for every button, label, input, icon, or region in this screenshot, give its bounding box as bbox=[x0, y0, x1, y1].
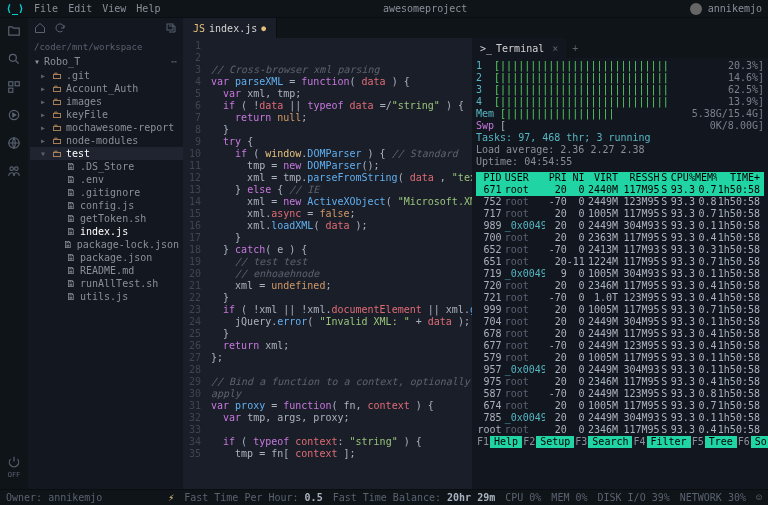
file-config-js[interactable]: 🗎config.js bbox=[30, 199, 183, 212]
svg-rect-2 bbox=[15, 82, 19, 86]
line-gutter: 1234567891011121314151617181920212223242… bbox=[183, 38, 207, 489]
folder-Account_Auth[interactable]: ▸🗀Account_Auth bbox=[30, 82, 183, 95]
extensions-icon[interactable] bbox=[7, 80, 21, 96]
menu-file[interactable]: File bbox=[34, 3, 58, 14]
project-root[interactable]: ▾ Robo_T ⋯ bbox=[28, 54, 183, 69]
status-net: NETWORK 30% bbox=[680, 492, 746, 503]
explorer-icon[interactable] bbox=[7, 24, 21, 40]
search-icon[interactable] bbox=[7, 52, 21, 68]
menu-view[interactable]: View bbox=[102, 3, 126, 14]
terminal-tab-label: Terminal bbox=[496, 43, 544, 54]
file-package-json[interactable]: 🗎package.json bbox=[30, 251, 183, 264]
code-editor[interactable]: 1234567891011121314151617181920212223242… bbox=[183, 38, 472, 489]
smiley-icon[interactable]: ☺ bbox=[756, 492, 762, 503]
close-icon[interactable]: × bbox=[552, 43, 558, 54]
debug-icon[interactable] bbox=[7, 108, 21, 124]
file-getToken-sh[interactable]: 🗎getToken.sh bbox=[30, 212, 183, 225]
home-icon[interactable] bbox=[34, 22, 46, 36]
file--gitignore[interactable]: 🗎.gitignore bbox=[30, 186, 183, 199]
file--env[interactable]: 🗎.env bbox=[30, 173, 183, 186]
sidebar: /coder/mnt/workspace ▾ Robo_T ⋯ ▸🗀.git▸🗀… bbox=[28, 18, 183, 489]
ftph-label: Fast Time Per Hour: bbox=[184, 492, 298, 503]
file-package-lock-json[interactable]: 🗎package-lock.json bbox=[30, 238, 183, 251]
power-off-icon[interactable]: OFF bbox=[7, 455, 21, 479]
file-README-md[interactable]: 🗎README.md bbox=[30, 264, 183, 277]
file-runAllTest-sh[interactable]: 🗎runAllTest.sh bbox=[30, 277, 183, 290]
menu-edit[interactable]: Edit bbox=[68, 3, 92, 14]
folder--git[interactable]: ▸🗀.git bbox=[30, 69, 183, 82]
avatar[interactable] bbox=[690, 3, 702, 15]
status-owner: Owner: annikemjo bbox=[6, 492, 168, 503]
bolt-icon: ⚡ bbox=[168, 492, 174, 503]
modified-dot-icon: ● bbox=[261, 24, 266, 33]
status-disk: DISK I/O 39% bbox=[597, 492, 669, 503]
status-bar: Owner: annikemjo ⚡ Fast Time Per Hour: 0… bbox=[0, 489, 768, 505]
folder-mochawesome-report[interactable]: ▸🗀mochawesome-report bbox=[30, 121, 183, 134]
globe-icon[interactable] bbox=[7, 136, 21, 152]
breadcrumb: /coder/mnt/workspace bbox=[28, 40, 183, 54]
ftph-value: 0.5 bbox=[305, 492, 323, 503]
accounts-icon[interactable] bbox=[7, 164, 21, 180]
add-terminal-icon[interactable]: + bbox=[566, 43, 584, 54]
js-file-icon: JS bbox=[193, 23, 205, 34]
status-cpu: CPU 0% bbox=[505, 492, 541, 503]
status-mem: MEM 0% bbox=[551, 492, 587, 503]
refresh-icon[interactable] bbox=[54, 22, 66, 36]
svg-rect-3 bbox=[9, 88, 13, 92]
file-tree: ▸🗀.git▸🗀Account_Auth▸🗀images▸🗀keyFile▸🗀m… bbox=[28, 69, 183, 489]
ftb-label: Fast Time Balance: bbox=[333, 492, 441, 503]
tab-index-js[interactable]: JS index.js ● bbox=[183, 18, 277, 38]
code-content[interactable]: // Cross-browser xml parsingvar parseXML… bbox=[207, 38, 472, 489]
menu-help[interactable]: Help bbox=[136, 3, 160, 14]
more-icon[interactable]: ⋯ bbox=[171, 56, 177, 67]
folder-node-modules[interactable]: ▸🗀node-modules bbox=[30, 134, 183, 147]
terminal-icon: >_ bbox=[480, 43, 492, 54]
folder-images[interactable]: ▸🗀images bbox=[30, 95, 183, 108]
menu-bar: FileEditViewHelp bbox=[34, 3, 160, 14]
file-index-js[interactable]: 🗎index.js bbox=[30, 225, 183, 238]
file-utils-js[interactable]: 🗎utils.js bbox=[30, 290, 183, 303]
editor-tabs: JS index.js ● bbox=[183, 18, 768, 38]
svg-rect-8 bbox=[167, 24, 173, 30]
svg-point-7 bbox=[15, 167, 18, 171]
svg-rect-1 bbox=[9, 82, 13, 86]
file--DS_Store[interactable]: 🗎.DS_Store bbox=[30, 160, 183, 173]
terminal-output[interactable]: 1 [|||||||||||||||||||||||||||| 20.3%]2 … bbox=[472, 58, 768, 489]
tab-label: index.js bbox=[209, 23, 257, 34]
collapse-all-icon[interactable] bbox=[165, 22, 177, 36]
terminal-panel: >_ Terminal × + 1 [|||||||||||||||||||||… bbox=[472, 38, 768, 489]
folder-test[interactable]: ▾🗀test bbox=[30, 147, 183, 160]
svg-point-0 bbox=[9, 54, 16, 61]
titlebar: ⟨_⟩ FileEditViewHelp awesomeproject anni… bbox=[0, 0, 768, 18]
ftb-value: 20hr 29m bbox=[447, 492, 495, 503]
activity-bar: OFF bbox=[0, 18, 28, 489]
username[interactable]: annikemjo bbox=[708, 3, 762, 14]
folder-keyFile[interactable]: ▸🗀keyFile bbox=[30, 108, 183, 121]
tab-terminal[interactable]: >_ Terminal × bbox=[472, 38, 566, 58]
app-logo-icon: ⟨_⟩ bbox=[6, 3, 24, 14]
project-name: Robo_T bbox=[44, 56, 80, 67]
svg-point-6 bbox=[10, 167, 13, 171]
project-title: awesomeproject bbox=[160, 3, 689, 14]
chevron-down-icon: ▾ bbox=[34, 56, 40, 67]
